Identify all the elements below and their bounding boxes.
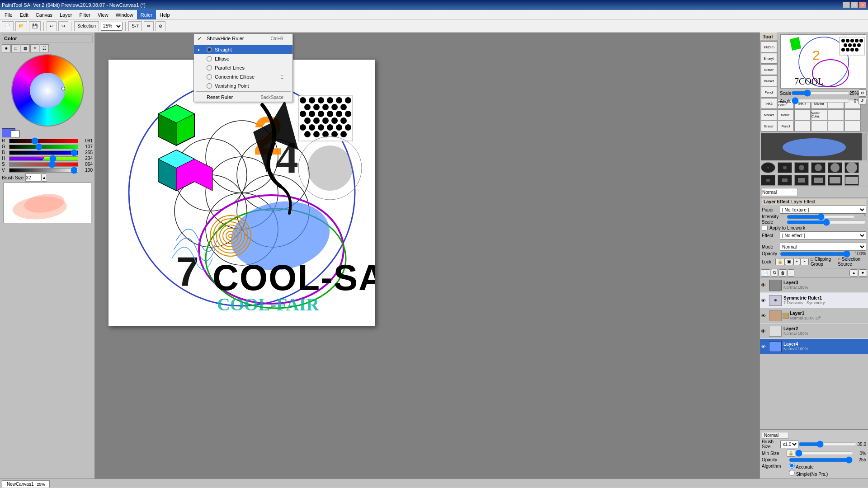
color-tab-5[interactable]: ☷ xyxy=(40,44,49,52)
minimize-button[interactable]: _ xyxy=(843,2,850,8)
min-size-range[interactable] xyxy=(795,451,854,455)
texture-select[interactable]: [ No Texture ] xyxy=(780,206,866,214)
accurate-radio[interactable] xyxy=(789,463,795,469)
brush-size-range[interactable] xyxy=(798,442,857,446)
tool-ink3[interactable]: INK3 xyxy=(761,98,777,109)
tool-r7c3[interactable] xyxy=(794,109,811,120)
symruler-vis[interactable]: 👁 xyxy=(761,298,768,303)
brush-preset-5[interactable] xyxy=(828,162,842,173)
apply-linework-cb[interactable] xyxy=(762,225,768,231)
layer1-vis[interactable]: 👁 xyxy=(761,313,768,319)
tool-marker5[interactable]: Marke. xyxy=(778,109,794,120)
window-controls[interactable]: _ □ × xyxy=(843,2,866,8)
new-button[interactable]: 📄 xyxy=(2,21,14,31)
layer-copy-btn[interactable]: ⧉ xyxy=(771,269,778,277)
tool-pencil1[interactable]: Pencil xyxy=(761,87,777,98)
tool-pencil2[interactable]: Pencil xyxy=(778,121,794,131)
opacity-range[interactable] xyxy=(789,458,853,462)
ruler-straight[interactable]: Straight xyxy=(194,45,292,54)
scale-slider[interactable] xyxy=(791,91,849,95)
save-button[interactable]: 💾 xyxy=(29,21,41,31)
color-tab-4[interactable]: ≡ xyxy=(30,44,39,52)
layer-item-layer1[interactable]: 👁 Layer1 Normal 100% Eff xyxy=(760,308,868,324)
pen-tool-btn[interactable]: ✏ xyxy=(144,21,154,31)
tab-newcanvas1[interactable]: NewCanvas1 25% xyxy=(2,480,50,488)
layer-del-btn[interactable]: 🗑 xyxy=(778,269,787,277)
layer-item-layer3[interactable]: 👁 Layer3 Normal 100% xyxy=(760,277,868,293)
menu-ruler[interactable]: Ruler xyxy=(137,10,156,19)
color-tab-3[interactable]: ▦ xyxy=(21,44,30,52)
eraser-tool-btn[interactable]: ⊘ xyxy=(156,21,165,31)
tool-inkzero[interactable]: InkZero xyxy=(761,42,777,52)
layer-item-layer4[interactable]: 👁 Layer4 Normal 100% xyxy=(760,339,868,354)
lock-trans-btn[interactable]: ▣ xyxy=(785,258,793,265)
s-slider[interactable] xyxy=(9,162,78,167)
brush-square-6[interactable] xyxy=(844,175,859,186)
bg-color[interactable] xyxy=(11,131,20,137)
brush-square-1[interactable] xyxy=(761,175,775,186)
color-wheel[interactable] xyxy=(11,54,84,127)
tool-r8c6[interactable] xyxy=(844,121,861,131)
scale-slider-effect[interactable] xyxy=(787,220,866,225)
color-tab-2[interactable]: □ xyxy=(11,44,20,52)
mode-input[interactable] xyxy=(762,188,798,196)
tool-binary-ink[interactable]: Binaryl. xyxy=(761,53,777,64)
brush-mult-select[interactable]: x1.0 xyxy=(780,440,798,448)
brush-square-3[interactable] xyxy=(794,175,809,186)
angle-slider[interactable] xyxy=(792,99,850,103)
angle-reset[interactable]: ↺ xyxy=(858,97,866,104)
brush-preset-4[interactable] xyxy=(811,162,826,173)
layer-item-layer2[interactable]: 👁 Layer2 Normal 100% xyxy=(760,324,868,339)
menu-filter[interactable]: Filter xyxy=(76,10,94,19)
stabilizer-btn[interactable]: S-7 xyxy=(128,21,142,31)
ruler-parallel[interactable]: Parallel Lines xyxy=(194,63,292,72)
mode-select[interactable]: Normal xyxy=(780,243,866,251)
simple-radio[interactable] xyxy=(789,470,795,476)
accurate-label[interactable]: Accurate xyxy=(789,463,814,469)
ruler-concentric[interactable]: Concentric Ellipse E xyxy=(194,72,292,81)
tool-r7c6[interactable] xyxy=(844,109,861,120)
v-slider[interactable] xyxy=(9,168,78,173)
brush-size-input[interactable] xyxy=(25,174,41,182)
opacity-slider[interactable] xyxy=(780,252,850,256)
lock-btn[interactable]: 🔒 xyxy=(775,258,785,265)
r-slider[interactable] xyxy=(9,139,78,143)
open-button[interactable]: 📂 xyxy=(15,21,27,31)
tool-eraser3[interactable]: Eraser xyxy=(761,121,777,131)
brush-preset-2[interactable] xyxy=(778,162,792,173)
color-tabs[interactable]: ■ □ ▦ ≡ ☷ xyxy=(2,44,93,52)
layer2-vis[interactable]: 👁 xyxy=(761,328,768,334)
close-button[interactable]: × xyxy=(859,2,866,8)
brush-size-adjust[interactable]: ▲ xyxy=(41,174,47,182)
effect-select[interactable]: [ No effect ] xyxy=(780,231,866,239)
brush-preview-scrollbar[interactable] xyxy=(862,133,867,160)
canvas-area[interactable]: Show/Hide Ruler Ctrl+R Straight Ellipse … xyxy=(95,33,760,479)
undo-button[interactable]: ↩ xyxy=(47,21,57,31)
menu-help[interactable]: Help xyxy=(156,10,174,19)
selection-tool[interactable]: Selection xyxy=(74,21,99,31)
scale-reset[interactable]: ↺ xyxy=(859,89,867,97)
tool-r8c5[interactable] xyxy=(828,121,844,131)
tool-marker4[interactable]: Marker xyxy=(761,109,777,120)
ruler-reset[interactable]: Reset Ruler BackSpace xyxy=(194,93,292,102)
layer3-vis[interactable]: 👁 xyxy=(761,282,768,288)
ruler-show-hide[interactable]: Show/Hide Ruler Ctrl+R xyxy=(194,34,292,43)
redo-button[interactable]: ↪ xyxy=(58,21,68,31)
menu-edit[interactable]: Edit xyxy=(16,10,32,19)
layer-merge-btn[interactable]: ↓ xyxy=(788,269,794,277)
zoom-select[interactable]: 25%50%100% xyxy=(101,22,123,31)
simple-label[interactable]: Simple(No Prs.) xyxy=(789,470,828,477)
brush-preset-3[interactable] xyxy=(794,162,809,173)
lock-add-btn[interactable]: + xyxy=(793,258,800,265)
brush-square-4[interactable] xyxy=(811,175,826,186)
layer-item-symmetricruler[interactable]: 👁 ⊕ Symmetric Ruler1 7 Divisions · Symme… xyxy=(760,293,868,308)
tool-bucket[interactable]: Bucket xyxy=(761,75,777,86)
ruler-ellipse[interactable]: Ellipse xyxy=(194,54,292,63)
layer-move-up[interactable]: ▲ xyxy=(849,269,858,277)
g-slider[interactable] xyxy=(9,145,78,149)
b-slider[interactable] xyxy=(9,150,78,155)
menu-file[interactable]: File xyxy=(1,10,16,19)
tool-r8c3[interactable] xyxy=(794,121,811,131)
lock-more-btn[interactable]: ⋯ xyxy=(800,258,809,265)
tool-r8c4[interactable] xyxy=(811,121,827,131)
